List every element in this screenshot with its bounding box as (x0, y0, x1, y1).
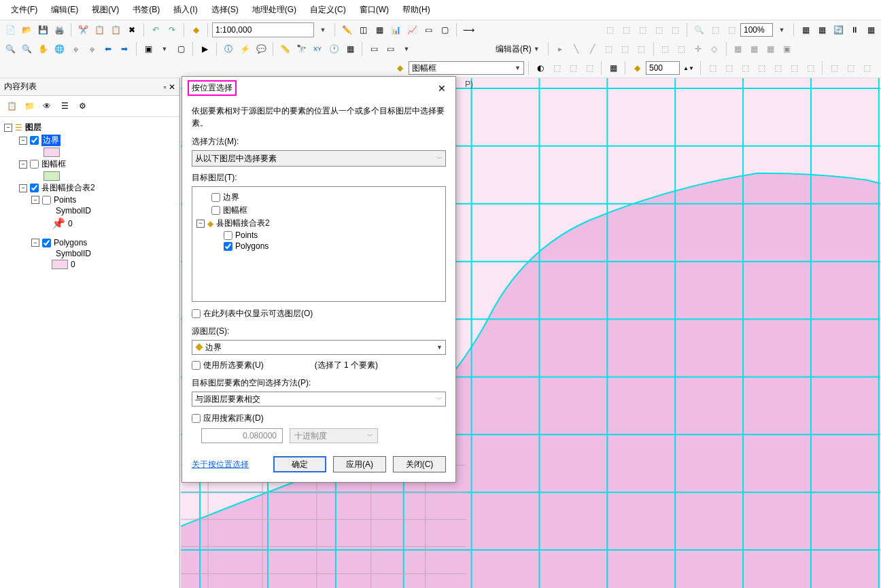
select-features-icon[interactable]: ▣ (141, 41, 156, 56)
html-popup-icon[interactable]: 💬 (254, 41, 269, 56)
dropdown-icon[interactable]: ▼ (157, 41, 172, 56)
list-by-visibility-icon[interactable]: 👁 (39, 99, 54, 114)
layers-root-label[interactable]: 图层 (25, 122, 41, 133)
model-icon[interactable]: ⟶ (461, 22, 476, 37)
apply-button[interactable]: 应用(A) (333, 456, 386, 472)
zoom-in-icon[interactable]: 🔍 (3, 41, 18, 56)
expander-icon[interactable]: − (19, 137, 27, 145)
toc-pin-icon[interactable]: ▫ ✕ (163, 82, 175, 92)
target-checkbox[interactable] (224, 242, 232, 251)
only-selectable-checkbox[interactable] (192, 309, 201, 318)
pause-icon[interactable]: ⏸ (847, 22, 862, 37)
window-icon[interactable]: ▢ (437, 22, 452, 37)
toggle-icon[interactable]: ▦ (863, 22, 878, 37)
time-slider-icon[interactable]: 🕐 (326, 41, 341, 56)
menu-help[interactable]: 帮助(H) (396, 3, 437, 17)
editor-toolbar-icon[interactable]: ✏️ (339, 22, 354, 37)
target-checkbox[interactable] (211, 193, 220, 202)
list-by-source-icon[interactable]: 📁 (22, 99, 37, 114)
print-icon[interactable]: 🖨️ (52, 22, 67, 37)
delete-icon[interactable]: ✖ (124, 22, 139, 37)
paste-icon[interactable]: 📋 (108, 22, 123, 37)
next-extent-icon[interactable]: ➡ (117, 41, 132, 56)
expander-icon[interactable]: − (196, 220, 205, 228)
menu-window[interactable]: 窗口(W) (353, 3, 396, 17)
editor-dropdown[interactable]: 编辑器(R) ▼ (491, 44, 544, 55)
add-data-icon[interactable]: ◆ (188, 22, 203, 37)
goto-xy-icon[interactable]: XY (310, 41, 325, 56)
stepper-icon[interactable]: ▲▼ (681, 60, 696, 75)
find-icon[interactable]: 🔭 (294, 41, 309, 56)
menu-bookmarks[interactable]: 书签(B) (126, 3, 167, 17)
pointer-icon[interactable]: ▶ (197, 41, 212, 56)
expander-icon[interactable]: − (19, 184, 27, 192)
georef-icon[interactable]: ◫ (356, 22, 370, 37)
method-select[interactable]: 从以下图层中选择要素﹀ (192, 150, 446, 167)
use-selected-checkbox[interactable] (192, 361, 201, 370)
graph-icon[interactable]: 📈 (404, 22, 419, 37)
layer-combo[interactable]: 图幅框▼ (409, 61, 524, 75)
symbol-swatch[interactable] (52, 260, 68, 269)
layer-boundary-label[interactable]: 边界 (41, 135, 61, 146)
refresh-icon[interactable]: 🔄 (831, 22, 846, 37)
target-checkbox[interactable] (224, 231, 232, 240)
expander-icon[interactable]: − (4, 124, 12, 132)
overview-icon[interactable]: ▭ (366, 41, 381, 56)
list-by-selection-icon[interactable]: ☰ (57, 99, 72, 114)
open-icon[interactable]: 📂 (19, 22, 34, 37)
expander-icon[interactable]: − (31, 239, 39, 247)
copy-icon[interactable]: 📋 (92, 22, 107, 37)
layer-visibility-checkbox[interactable] (30, 160, 39, 169)
cut-icon[interactable]: ✂️ (75, 22, 90, 37)
layer-points-label[interactable]: Points (54, 195, 76, 205)
target-item[interactable]: 边界 (223, 192, 239, 203)
layer-visibility-checkbox[interactable] (30, 136, 39, 145)
target-item[interactable]: 县图幅接合表2 (216, 218, 270, 229)
layout-view-icon[interactable]: ▦ (814, 22, 829, 37)
layer-county-label[interactable]: 县图幅接合表2 (41, 182, 95, 194)
menu-insert[interactable]: 插入(I) (167, 3, 204, 17)
prev-extent-icon[interactable]: ⬅ (101, 41, 116, 56)
measure-icon[interactable]: 📏 (277, 41, 292, 56)
new-icon[interactable]: 📄 (3, 22, 18, 37)
layer-visibility-checkbox[interactable] (42, 239, 51, 247)
search-distance-checkbox[interactable] (192, 414, 201, 423)
dropdown-icon[interactable]: ▼ (774, 22, 789, 37)
scale-input[interactable] (212, 22, 314, 37)
menu-customize[interactable]: 自定义(C) (303, 3, 353, 17)
contrast-icon[interactable]: ◐ (533, 60, 548, 75)
layer-icon[interactable]: ◆ (392, 60, 407, 75)
layer-polygons-label[interactable]: Polygons (54, 238, 87, 247)
menu-view[interactable]: 视图(V) (85, 3, 126, 17)
options-icon[interactable]: ⚙ (75, 99, 90, 114)
cluster-icon[interactable]: ▦ (606, 60, 621, 75)
data-view-icon[interactable]: ▦ (798, 22, 813, 37)
layer-mapframe-label[interactable]: 图幅框 (41, 158, 66, 170)
full-extent-icon[interactable]: 🌐 (52, 41, 67, 56)
zoom-out-icon[interactable]: 🔍 (19, 41, 34, 56)
target-item[interactable]: Polygons (235, 241, 269, 251)
close-button[interactable]: 关闭(C) (393, 456, 446, 472)
target-checkbox[interactable] (211, 206, 220, 215)
pan-icon[interactable]: ✋ (35, 41, 50, 56)
spatial-method-select[interactable]: 与源图层要素相交﹀ (192, 392, 446, 407)
undo-icon[interactable]: ↶ (148, 22, 163, 37)
buffer-dist-input[interactable] (646, 61, 680, 75)
menu-selection[interactable]: 选择(S) (205, 3, 245, 17)
source-select[interactable]: ◆ 边界 ▼ (192, 340, 446, 355)
target-item[interactable]: 图幅框 (223, 205, 247, 216)
expander-icon[interactable]: − (19, 160, 27, 169)
dropdown-icon[interactable]: ▼ (399, 41, 414, 56)
menu-edit[interactable]: 编辑(E) (44, 3, 85, 17)
ok-button[interactable]: 确定 (273, 456, 326, 472)
target-item[interactable]: Points (235, 230, 258, 240)
symbol-swatch[interactable] (44, 171, 60, 181)
fixed-zoom-in-icon[interactable]: ⟐ (68, 41, 83, 56)
menu-file[interactable]: 文件(F) (4, 3, 44, 17)
magnifier-icon[interactable]: ▭ (383, 41, 398, 56)
layer-visibility-checkbox[interactable] (42, 196, 51, 205)
layout-icon[interactable]: ▭ (421, 22, 436, 37)
symbol-swatch[interactable] (44, 148, 60, 157)
clear-selection-icon[interactable]: ▢ (173, 41, 188, 56)
dropdown-icon[interactable]: ▼ (315, 22, 330, 37)
